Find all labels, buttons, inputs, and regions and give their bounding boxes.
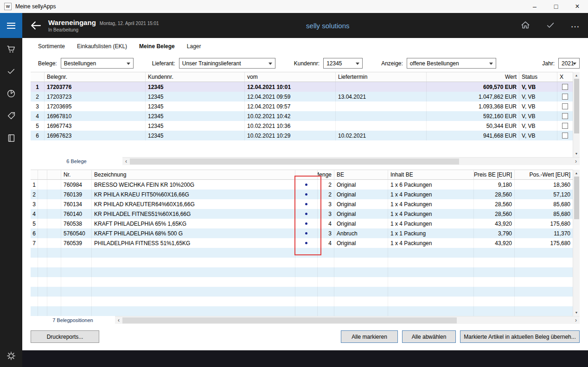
row-checkbox[interactable] bbox=[562, 94, 568, 100]
maximize-button[interactable]: □ bbox=[545, 0, 567, 13]
scroll-down-arrow-icon[interactable]: ▼ bbox=[573, 150, 580, 157]
orders-col-header-belegnr: Belegnr. bbox=[45, 72, 146, 82]
apply-marked-button[interactable]: Markierte Artikel in aktuellen Beleg übe… bbox=[460, 330, 580, 343]
scroll-left-arrow-icon[interactable]: ‹ bbox=[115, 316, 122, 324]
empty-cell bbox=[47, 306, 61, 316]
empty-cell bbox=[61, 248, 92, 258]
orders-row[interactable]: 1172037761234512.04.2021 10:01609,570 EU… bbox=[31, 82, 573, 92]
positions-horizontal-scrollbar[interactable]: ‹ › bbox=[115, 316, 580, 324]
deselect-all-button[interactable]: Alle abwählen bbox=[402, 330, 456, 343]
cell-bezeichnung: KRAFT PHILADELPHIA 68% 500 G bbox=[92, 228, 295, 238]
tab-lager[interactable]: Lager bbox=[187, 43, 201, 50]
filter-select-kundennr[interactable]: 12345 bbox=[323, 58, 363, 69]
sidebar bbox=[0, 13, 22, 367]
home-button[interactable] bbox=[520, 20, 530, 32]
orders-row[interactable]: 4169678101234510.02.2021 10:42592,160 EU… bbox=[31, 111, 573, 121]
scroll-down-arrow-icon[interactable]: ▼ bbox=[573, 309, 580, 316]
positions-row[interactable]: 7760539PHILADELPHIA FITNESS 51%1,65KG4Or… bbox=[31, 238, 573, 248]
cell-inhalt-be: 1 x 1 Packung bbox=[388, 228, 474, 238]
cell-vom: 10.02.2021 10:36 bbox=[245, 121, 336, 131]
row-checkbox[interactable] bbox=[562, 133, 568, 139]
scrollbar-thumb[interactable] bbox=[574, 177, 579, 219]
sidebar-item-tasks[interactable] bbox=[0, 60, 22, 82]
cell-liefertermin: 10.02.2021 bbox=[336, 131, 427, 140]
empty-cell bbox=[295, 306, 318, 316]
empty-cell bbox=[474, 258, 515, 267]
positions-row[interactable]: 3760134KR PHILAD KRAEUTER64%60X16,66G3Or… bbox=[31, 199, 573, 209]
scroll-left-arrow-icon[interactable]: ‹ bbox=[122, 158, 130, 165]
filter-select-lieferant[interactable]: Unser Trainingslieferant bbox=[179, 58, 275, 69]
back-button[interactable] bbox=[29, 19, 43, 32]
empty-cell bbox=[295, 297, 318, 306]
sidebar-item-cart[interactable] bbox=[0, 38, 22, 60]
scroll-right-arrow-icon[interactable]: › bbox=[572, 316, 580, 324]
empty-cell bbox=[47, 258, 61, 267]
filter-select-belege[interactable]: Bestellungen bbox=[61, 58, 134, 69]
tab-bar: SortimenteEinkaufslisten (EKL)Meine Bele… bbox=[31, 38, 580, 55]
orders-horizontal-scrollbar[interactable]: ‹ › bbox=[122, 157, 580, 165]
more-button[interactable]: … bbox=[570, 21, 581, 30]
app-frame: Wareneingang Montag, 12. April 2021 15:0… bbox=[0, 13, 588, 367]
confirm-button[interactable] bbox=[545, 20, 556, 32]
scrollbar-thumb[interactable] bbox=[122, 317, 457, 323]
orders-row[interactable]: 5169677431234510.02.2021 10:3650,344 EUR… bbox=[31, 121, 573, 131]
sidebar-item-catalog[interactable] bbox=[0, 127, 22, 149]
empty-cell bbox=[47, 267, 61, 277]
orders-row[interactable]: 2172037231234512.04.2021 09:5913.04.2021… bbox=[31, 92, 573, 101]
cell-be: Original bbox=[334, 199, 388, 209]
row-checkbox[interactable] bbox=[562, 113, 568, 119]
filter-select-anzeige[interactable]: offene Bestellungen bbox=[407, 58, 496, 69]
empty-cell bbox=[334, 297, 388, 306]
druckreports-button[interactable]: Druckreports... bbox=[31, 330, 99, 343]
close-button[interactable]: × bbox=[567, 0, 588, 13]
positions-row[interactable]: 65760540KRAFT PHILADELPHIA 68% 500 G3Anb… bbox=[31, 228, 573, 238]
tab-sortimente[interactable]: Sortimente bbox=[38, 43, 65, 50]
page-datetime: Montag, 12. April 2021 15:01 bbox=[100, 21, 159, 26]
tab-einkaufslisten-ekl[interactable]: Einkaufslisten (EKL) bbox=[77, 43, 127, 50]
cell-select bbox=[557, 131, 573, 140]
filter-value: Unser Trainingslieferant bbox=[182, 60, 241, 67]
minimize-button[interactable]: – bbox=[524, 0, 545, 13]
filter-select-jahr[interactable]: 2021 bbox=[558, 58, 580, 69]
cell-status: V, VB bbox=[519, 92, 557, 101]
positions-row[interactable]: 1760984BRESSO WEICHKA FEIN KR 10%200G2Or… bbox=[31, 180, 573, 190]
chevron-down-icon bbox=[573, 63, 576, 65]
app-window: W Meine sellyApps – □ × bbox=[0, 0, 588, 367]
positions-row[interactable]: 4760140KR PHILADEL FITNES51%60X16,66G3Or… bbox=[31, 209, 573, 219]
scrollbar-thumb[interactable] bbox=[574, 79, 579, 133]
positions-vertical-scrollbar[interactable]: ▲ ▼ bbox=[573, 170, 580, 316]
positions-header: Nr.BezeichnungMengeBEInhalt BEPreis BE [… bbox=[31, 170, 573, 180]
scroll-up-arrow-icon[interactable]: ▲ bbox=[573, 170, 580, 177]
sidebar-item-statistics[interactable] bbox=[0, 82, 22, 105]
positions-col-header-spacer bbox=[47, 170, 61, 179]
cell-liefertermin: 13.04.2021 bbox=[336, 92, 427, 101]
orders-vertical-scrollbar[interactable]: ▲ ▼ bbox=[573, 72, 580, 157]
scroll-right-arrow-icon[interactable]: › bbox=[572, 158, 580, 165]
row-checkbox[interactable] bbox=[562, 103, 568, 109]
orders-row[interactable]: 6169676231234510.02.2021 10:2910.02.2021… bbox=[31, 131, 573, 140]
empty-cell bbox=[295, 248, 318, 258]
cell-spacer-2 bbox=[47, 219, 61, 228]
scrollbar-thumb[interactable] bbox=[130, 158, 459, 165]
cell-inhalt-be: 1 x 4 Packungen bbox=[388, 219, 474, 228]
cell-belegnr: 17203723 bbox=[45, 92, 146, 101]
positions-row[interactable]: 2760139KR PHILA KRAEU FIT50%60X16,66G2Or… bbox=[31, 190, 573, 199]
positions-row[interactable]: 5760538KRAFT PHILADELPHIA 65% 1,65KG4Ori… bbox=[31, 219, 573, 228]
orders-row[interactable]: 3172036951234512.04.2021 09:571.093,368 … bbox=[31, 101, 573, 111]
select-all-button[interactable]: Alle markieren bbox=[341, 330, 398, 343]
tag-icon bbox=[6, 111, 16, 121]
scroll-up-arrow-icon[interactable]: ▲ bbox=[573, 72, 580, 79]
tab-meine-belege[interactable]: Meine Belege bbox=[139, 43, 175, 50]
cell-be: Original bbox=[334, 190, 388, 199]
positions-col-header-bezeichnung: Bezeichnung bbox=[92, 170, 295, 179]
sidebar-item-settings[interactable] bbox=[0, 345, 22, 367]
row-checkbox[interactable] bbox=[562, 84, 568, 90]
row-checkbox[interactable] bbox=[562, 123, 568, 129]
cell-bezeichnung: PHILADELPHIA FITNESS 51%1,65KG bbox=[92, 238, 295, 248]
orders-table-main: Belegnr.Kundennr.vomLieferterminWertStat… bbox=[31, 72, 573, 157]
sidebar-item-prices[interactable] bbox=[0, 105, 22, 127]
empty-cell bbox=[515, 297, 573, 306]
cell-spacer-2 bbox=[47, 199, 61, 209]
positions-count-label: 7 Belegpositionen bbox=[31, 316, 115, 324]
menu-button[interactable] bbox=[0, 13, 22, 38]
